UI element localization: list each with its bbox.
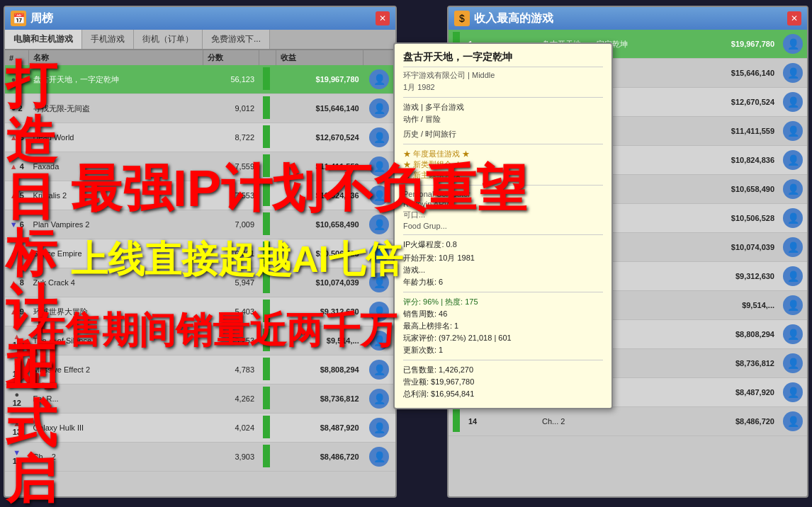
revenue-cell: $11,411,559 — [701, 117, 779, 146]
avatar-cell: 👤 — [363, 384, 395, 414]
tooltip-platform-name: Rodovin APVS — [403, 200, 603, 208]
table-row[interactable]: ▲ 13 Galaxy Hulk III 4,024 $8,487,920 👤 — [5, 414, 395, 443]
avatar: 👤 — [783, 237, 803, 257]
right-panel-close[interactable]: ✕ — [787, 11, 801, 25]
name-cell: The ... of Silence — [29, 326, 203, 355]
name-cell: Space Empire — [29, 239, 203, 268]
table-row[interactable]: ▲ 4 Faxada 7,559 $11,411,559 👤 — [5, 152, 395, 181]
avatar-cell: 👤 — [779, 262, 807, 291]
score-cell: 9,012 — [203, 94, 259, 123]
table-row[interactable]: ● 7 Space Empire 6,901 $10,506,528 👤 — [5, 239, 395, 268]
revenue-cell: $8,487,920 — [701, 378, 779, 407]
col-bar — [259, 50, 276, 65]
avatar: 👤 — [369, 418, 389, 438]
revenue-cell: $8,736,812 — [276, 384, 363, 414]
col-icon — [363, 50, 395, 65]
score-cell: 3,903 — [203, 443, 259, 472]
left-panel-titlebar: 📅 周榜 ✕ — [5, 7, 395, 30]
revenue-cell: $9,312,630 — [276, 297, 363, 326]
revenue-cell: $19,967,780 — [701, 30, 779, 59]
score-cell: 5,403 — [203, 297, 259, 326]
avatar-cell: 👤 — [779, 320, 807, 349]
left-panel-close[interactable]: ✕ — [376, 11, 390, 25]
avatar: 👤 — [783, 150, 803, 170]
avatar: 👤 — [369, 447, 389, 467]
table-row[interactable]: ▲ 8 Zuk Crack 4 5,947 $10,074,039 👤 — [5, 268, 395, 297]
rank-cell: ▲ 8 — [5, 268, 29, 297]
tooltip-sales-weeks: 销售周数: 46 — [403, 309, 603, 319]
avatar: 👤 — [369, 156, 389, 176]
avatar: 👤 — [783, 382, 803, 402]
name-cell: Plan Vampires 2 — [29, 210, 203, 239]
table-row[interactable]: ▲ 3 Dead World 8,722 $12,670,524 👤 — [5, 123, 395, 152]
left-panel-title: 周榜 — [30, 11, 53, 26]
right-panel-title: 收入最高的游戏 — [474, 11, 553, 26]
revenue-cell: $10,658,490 — [276, 210, 363, 239]
tab-pc-games[interactable]: 电脑和主机游戏 — [5, 30, 82, 49]
tab-free-games[interactable]: 免费游戏下... — [203, 30, 270, 49]
bar-cell — [259, 414, 276, 443]
score-cell: 7,009 — [203, 210, 259, 239]
avatar-cell: 👤 — [363, 239, 395, 268]
col-name: 名称 — [29, 50, 203, 65]
revenue-cell: $8,808,294 — [276, 355, 363, 384]
score-cell: 5,947 — [203, 268, 259, 297]
revenue-cell: $8,487,920 — [276, 414, 363, 443]
name-cell: Ch... 2 — [29, 443, 203, 472]
tooltip-genre2: 历史 / 时间旅行 — [403, 129, 603, 139]
rank-cell: 14 — [464, 407, 538, 436]
table-row[interactable]: ● 2 寻找无限-无间盗 9,012 $15,646,140 👤 — [5, 94, 395, 123]
score-bar — [263, 154, 270, 177]
tooltip-top-rank: 最高上榜排名: 1 — [403, 321, 603, 331]
right-panel-titlebar: $ 收入最高的游戏 ✕ — [449, 7, 807, 30]
tab-mobile-games[interactable]: 手机游戏 — [82, 30, 134, 49]
bar-cell — [259, 297, 276, 326]
bar-cell — [259, 384, 276, 414]
avatar: 👤 — [783, 295, 803, 315]
bar-cell — [259, 355, 276, 384]
score-cell: 56,123 — [203, 65, 259, 94]
table-row[interactable]: ▲ 5 Kristalis 2 7,553 $10,824,836 👤 — [5, 181, 395, 210]
name-cell: Zuk Crack 4 — [29, 268, 203, 297]
trend-icon: ● — [11, 104, 16, 113]
avatar-cell: 👤 — [363, 326, 395, 355]
table-row[interactable]: ● 12 Fat R... 4,262 $8,736,812 👤 — [5, 384, 395, 414]
score-bar — [263, 445, 270, 467]
table-row[interactable]: ● 1 盘古开天地，一字定乾坤 56,123 $19,967,780 👤 — [5, 65, 395, 94]
table-row[interactable]: ▼ 6 Plan Vampires 2 7,009 $10,658,490 👤 — [5, 210, 395, 239]
dollar-icon: $ — [454, 11, 470, 26]
score-cell: 6,901 — [203, 239, 259, 268]
tab-bar: 电脑和主机游戏 手机游戏 街机（订单） 免费游戏下... — [5, 30, 395, 50]
bar-cell — [259, 94, 276, 123]
table-row[interactable]: ▲ 10 The ... of Silence 5,253 $9,514,...… — [5, 326, 395, 355]
avatar: 👤 — [369, 215, 389, 234]
avatar: 👤 — [369, 244, 389, 263]
avatar: 👤 — [783, 92, 803, 112]
revenue-cell: $19,967,780 — [276, 65, 363, 94]
col-rank: # — [5, 50, 29, 65]
avatar-cell: 👤 — [779, 407, 807, 436]
rank-cell: ▼ 6 — [5, 210, 29, 239]
tooltip-sep5 — [403, 292, 603, 292]
name-cell: Galaxy Hulk III — [29, 414, 203, 443]
table-row[interactable]: ▼ 14 Ch... 2 3,903 $8,486,720 👤 — [5, 443, 395, 472]
rank-cell: ● 2 — [5, 94, 29, 123]
rank-cell: ▲ 5 — [5, 181, 29, 210]
revenue-cell: $8,808,294 — [701, 320, 779, 349]
rank-cell: ▼ 14 — [5, 443, 29, 472]
avatar-cell: 👤 — [779, 233, 807, 262]
trend-icon: ▼ — [10, 220, 18, 229]
avatar-cell: 👤 — [779, 117, 807, 146]
table-row[interactable]: ▼ 11 Massive Effect 2 4,783 $8,808,294 👤 — [5, 355, 395, 384]
revenue-cell: $10,658,490 — [701, 175, 779, 204]
tab-arcade[interactable]: 街机（订单） — [134, 30, 203, 49]
bar-cell — [449, 407, 464, 436]
avatar: 👤 — [369, 98, 389, 118]
score-bar — [453, 409, 460, 432]
table-row[interactable]: ▲ 9 环球世界大冒险 5,403 $9,312,630 👤 — [5, 297, 395, 326]
tooltip-category: 游戏 | 多平台游戏 — [403, 102, 603, 113]
left-table-container: # 名称 分数 收益 ● 1 盘古开天地，一字定乾坤 56,123 $19,96… — [5, 50, 395, 472]
table-row[interactable]: 14 Ch... 2 $8,486,720 👤 — [449, 407, 807, 436]
col-score: 分数 — [203, 50, 259, 65]
tooltip-award: ★ 新类型组合 ★ — [403, 159, 603, 170]
